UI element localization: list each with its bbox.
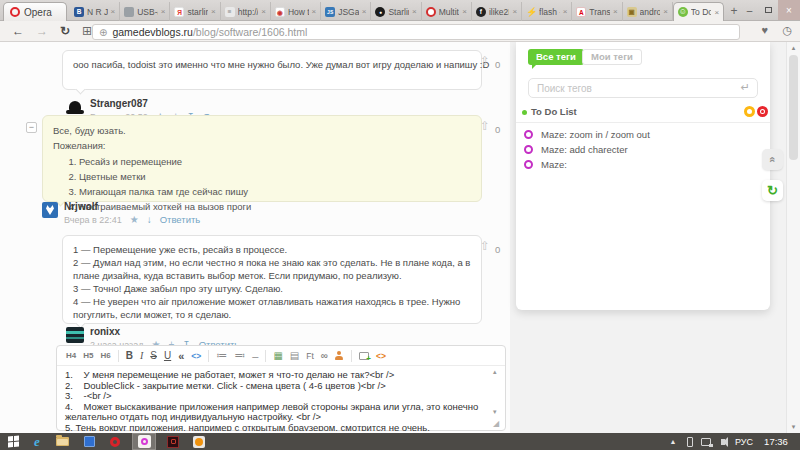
page-scrollbar[interactable]: ▴ ▾ bbox=[786, 42, 800, 433]
comment-author[interactable]: ronixx bbox=[90, 326, 120, 337]
tab-transform[interactable]: A Transf × bbox=[572, 2, 622, 21]
tab-android[interactable]: ▣ androi × bbox=[623, 2, 673, 21]
scroll-up-icon[interactable]: ▴ bbox=[493, 368, 497, 376]
close-ring-icon[interactable] bbox=[757, 106, 768, 117]
avatar[interactable] bbox=[66, 99, 84, 114]
heading-h5-button[interactable]: H5 bbox=[83, 351, 93, 360]
insert-video-icon[interactable]: ▤ bbox=[290, 350, 299, 361]
underline-button[interactable]: U bbox=[164, 350, 171, 361]
tab-http[interactable]: ≡ http:// × bbox=[221, 2, 271, 21]
tag-search-input[interactable] bbox=[529, 79, 757, 97]
scroll-down-icon[interactable]: ▾ bbox=[493, 408, 497, 416]
back-icon[interactable]: ← bbox=[12, 24, 24, 38]
tab-todo-active[interactable]: ☺ To Do × bbox=[673, 2, 724, 21]
tab-nrjw[interactable]: B N R J W × bbox=[70, 2, 120, 21]
bold-button[interactable]: B bbox=[126, 350, 133, 361]
taskbar-adobe-icon[interactable] bbox=[164, 433, 182, 450]
html-code-icon[interactable]: <> bbox=[376, 351, 386, 361]
comment-author[interactable]: Nrjwolf bbox=[64, 201, 98, 212]
taskbar-media-icon[interactable] bbox=[190, 433, 208, 450]
close-tab-icon[interactable]: × bbox=[161, 7, 166, 16]
tray-network-icon[interactable] bbox=[698, 433, 714, 450]
close-tab-icon[interactable]: × bbox=[613, 7, 618, 16]
tab-flash[interactable]: ⚡ flash - × bbox=[522, 2, 572, 21]
speed-dial-icon[interactable]: ⊞ bbox=[82, 24, 92, 38]
taskbar-clock[interactable]: 17:36 bbox=[758, 433, 794, 450]
collapse-thread-icon[interactable]: ↓ bbox=[147, 214, 152, 225]
close-tab-icon[interactable]: × bbox=[211, 7, 216, 16]
strikethrough-button[interactable]: S bbox=[150, 350, 157, 361]
tab-usb[interactable]: USB-а × bbox=[120, 2, 170, 21]
close-window-button[interactable]: × bbox=[778, 0, 800, 20]
scroll-to-top-button[interactable]: « bbox=[762, 149, 783, 170]
list-ul-icon[interactable]: ≔ bbox=[216, 349, 227, 362]
todo-ring-icon[interactable] bbox=[524, 130, 533, 139]
todo-ring-icon[interactable] bbox=[524, 145, 533, 154]
discover-icon[interactable]: ◷ bbox=[782, 24, 792, 37]
heading-h4-button[interactable]: H4 bbox=[66, 351, 76, 360]
taskbar-ie-icon[interactable]: e bbox=[28, 433, 46, 450]
tab-all-tags[interactable]: Все теги bbox=[528, 49, 584, 65]
tab-jsgame[interactable]: JS JSGam × bbox=[321, 2, 371, 21]
minimize-button[interactable]: – bbox=[740, 0, 759, 20]
todo-item[interactable]: Maze: add charecter bbox=[516, 143, 770, 158]
comment-collapse-toggle[interactable]: − bbox=[26, 122, 37, 133]
avatar[interactable] bbox=[66, 327, 84, 343]
todo-item[interactable]: Maze: bbox=[516, 158, 770, 173]
vote-up-icon[interactable]: ⇧ bbox=[480, 119, 490, 133]
italic-button[interactable]: I bbox=[140, 350, 143, 361]
close-tab-icon[interactable]: × bbox=[412, 7, 417, 16]
vote-up-icon[interactable]: ⇧ bbox=[480, 54, 490, 68]
close-tab-icon[interactable]: × bbox=[111, 7, 116, 16]
reply-link[interactable]: Ответить bbox=[160, 214, 201, 225]
close-tab-icon[interactable]: × bbox=[663, 7, 668, 16]
reload-icon[interactable]: ↻ bbox=[60, 24, 70, 38]
close-tab-icon[interactable]: × bbox=[512, 7, 517, 16]
taskbar-opera-icon[interactable] bbox=[106, 433, 124, 450]
tab-starling-search[interactable]: Я starling × bbox=[170, 2, 220, 21]
quote-button[interactable]: « bbox=[178, 350, 184, 362]
url-field[interactable]: ⊕ gamedevblogs.ru/blog/software/1606.htm… bbox=[92, 24, 740, 40]
opera-menu-button[interactable]: Opera bbox=[3, 2, 67, 21]
insert-link-icon[interactable]: ∞ bbox=[321, 350, 328, 361]
list-dash-icon[interactable]: – bbox=[252, 350, 258, 362]
taskbar-app-icon[interactable] bbox=[80, 433, 98, 450]
close-tab-icon[interactable]: × bbox=[261, 7, 266, 16]
close-tab-icon[interactable]: × bbox=[462, 7, 467, 16]
resize-handle[interactable]: ◢ bbox=[493, 419, 499, 428]
close-tab-icon[interactable]: × bbox=[312, 7, 317, 16]
minimize-ring-icon[interactable] bbox=[744, 106, 755, 117]
forward-icon[interactable]: → bbox=[36, 24, 48, 38]
vote-up-icon[interactable]: ⇧ bbox=[480, 239, 490, 253]
favorite-star-icon[interactable]: ★ bbox=[130, 214, 139, 225]
tray-device-icon[interactable] bbox=[684, 433, 696, 450]
tab-my-tags[interactable]: Мои теги bbox=[582, 49, 642, 65]
bookmark-heart-icon[interactable]: ♥ bbox=[761, 24, 768, 36]
close-tab-icon[interactable]: × bbox=[714, 8, 719, 17]
todo-item[interactable]: Maze: zoom in / zoom out bbox=[516, 128, 770, 143]
tab-multit[interactable]: Multit × bbox=[422, 2, 472, 21]
tray-chevron-icon[interactable]: ▲ bbox=[666, 433, 680, 450]
heading-h6-button[interactable]: H6 bbox=[100, 351, 110, 360]
code-button[interactable]: <> bbox=[191, 351, 201, 361]
textarea-scrollbar[interactable]: ▴ ▾ ◢ bbox=[491, 368, 503, 428]
scrollbar-up-icon[interactable]: ▴ bbox=[787, 44, 800, 52]
tray-volume-icon[interactable] bbox=[716, 433, 730, 450]
close-tab-icon[interactable]: × bbox=[563, 7, 568, 16]
avatar[interactable] bbox=[42, 202, 58, 218]
taskbar-explorer-icon[interactable] bbox=[52, 433, 72, 450]
mention-user-icon[interactable] bbox=[335, 351, 344, 360]
start-button[interactable] bbox=[4, 433, 22, 450]
taskbar-todo-app-active[interactable] bbox=[132, 433, 156, 450]
insert-image-icon[interactable]: ▦ bbox=[273, 350, 282, 361]
font-button[interactable]: Ft bbox=[306, 351, 314, 361]
language-indicator[interactable]: РУС bbox=[732, 433, 756, 450]
scrollbar-thumb[interactable] bbox=[789, 55, 798, 160]
comment-textarea[interactable]: 1. У меня перемещение не работает, может… bbox=[57, 366, 505, 431]
comment-author[interactable]: Stranger087 bbox=[90, 98, 148, 109]
scrollbar-down-icon[interactable]: ▾ bbox=[787, 423, 800, 431]
list-ol-icon[interactable]: ≕ bbox=[234, 349, 245, 362]
maximize-button[interactable] bbox=[759, 0, 778, 20]
tab-howto[interactable]: ◉ How to × bbox=[271, 2, 321, 21]
spoiler-window-icon[interactable]: + bbox=[359, 352, 369, 360]
